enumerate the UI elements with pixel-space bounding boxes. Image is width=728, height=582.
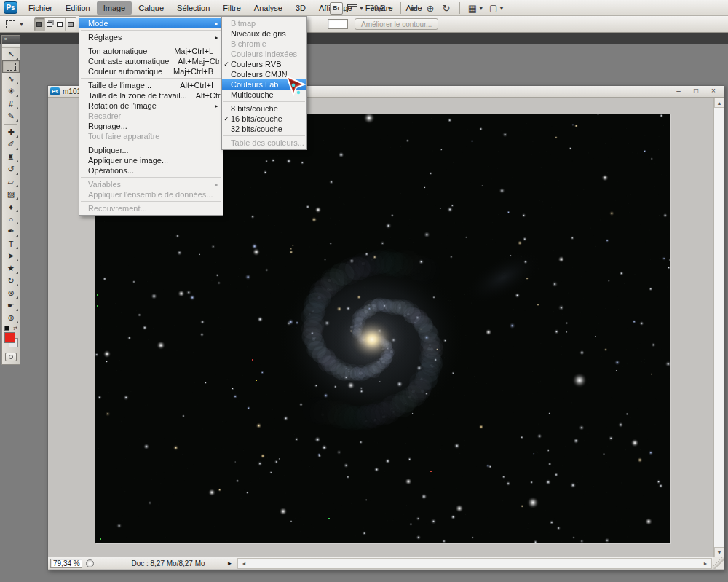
crop-tool[interactable]: #: [2, 98, 20, 110]
menu-separator: [81, 201, 221, 202]
menu-item-bichromie: Bichromie: [222, 39, 306, 49]
menubar-item-edition[interactable]: Edition: [59, 1, 97, 15]
menu-item-label: Bichromie: [231, 39, 297, 48]
menu-item-appliquer-une-image[interactable]: Appliquer une image...: [79, 155, 223, 165]
3d-rotate-tool[interactable]: ↻: [2, 275, 20, 287]
rectangular-marquee-tool[interactable]: [2, 60, 20, 73]
foreground-color-swatch[interactable]: [4, 332, 15, 343]
menu-item-label: Variables: [88, 180, 213, 189]
scroll-up-icon[interactable]: ▲: [714, 98, 724, 108]
menubar-item-3d[interactable]: 3D: [289, 1, 312, 15]
move-tool[interactable]: ↖: [2, 48, 20, 60]
scroll-down-icon[interactable]: ▼: [714, 547, 724, 557]
menu-item-recadrer: Recadrer: [79, 111, 223, 121]
menu-item-contraste-automatique[interactable]: Contraste automatiqueAlt+Maj+Ctrl+L: [79, 56, 223, 66]
maximize-button[interactable]: □: [692, 87, 700, 95]
tool-flyout-corner: [16, 197, 18, 200]
zoom-tool-icon[interactable]: ⊕: [424, 2, 437, 15]
brush-tool[interactable]: ✐: [2, 138, 20, 151]
vertical-scrollbar[interactable]: ▲ ▼: [713, 98, 724, 557]
refine-edge-button[interactable]: Améliorer le contour...: [355, 18, 438, 30]
zoom-tool[interactable]: ⊕: [2, 312, 20, 324]
screen-mode-icon[interactable]: ▢▼: [488, 2, 505, 15]
menu-item-mode[interactable]: Mode►: [79, 18, 223, 28]
menubar-item-filtre[interactable]: Filtre: [216, 1, 247, 15]
menu-item-32-bits-couche[interactable]: 32 bits/couche: [222, 124, 306, 134]
menu-item-taille-de-l-image[interactable]: Taille de l'image...Alt+Ctrl+I: [79, 80, 223, 90]
menu-item-rotation-de-l-image[interactable]: Rotation de l'image►: [79, 101, 223, 111]
history-brush-tool[interactable]: ↺: [2, 163, 20, 176]
swap-colors-icon[interactable]: ⇄: [13, 326, 17, 331]
pen-tool[interactable]: ✒: [2, 225, 20, 237]
tool-flyout-corner: [16, 135, 18, 138]
menu-item-niveaux-de-gris[interactable]: Niveaux de gris: [222, 28, 306, 39]
minimize-button[interactable]: –: [674, 87, 683, 95]
menu-item-label: Tout faire apparaître: [88, 132, 213, 141]
cursor-icon: [285, 75, 306, 98]
menubar-item-image[interactable]: Image: [97, 1, 132, 15]
menu-item-couleur-automatique[interactable]: Couleur automatiqueMaj+Ctrl+B: [79, 66, 223, 76]
tool-preset-picker[interactable]: ▼: [6, 20, 24, 28]
tool-flyout-corner: [16, 284, 18, 286]
menu-item-rognage[interactable]: Rognage...: [79, 121, 223, 131]
tool-flyout-corner: [16, 235, 18, 237]
rotate-view-icon[interactable]: ↻: [440, 2, 453, 15]
menu-item-ton-automatique[interactable]: Ton automatiqueMaj+Ctrl+L: [79, 46, 223, 56]
tool-flyout-corner: [16, 148, 18, 150]
menu-item-couleurs-index-es: Couleurs indexées: [222, 49, 306, 59]
type-tool[interactable]: T: [2, 237, 20, 250]
menu-item-variables: Variables►: [79, 179, 223, 189]
hand-tool[interactable]: ☛: [2, 299, 20, 312]
dodge-tool[interactable]: ○: [2, 213, 20, 225]
scroll-left-icon[interactable]: ◄: [239, 559, 249, 568]
menu-item-r-glages[interactable]: Réglages►: [79, 32, 223, 42]
menu-item-8-bits-couche[interactable]: 8 bits/couche: [222, 103, 306, 114]
horizontal-scrollbar[interactable]: ◄ ►: [237, 558, 712, 569]
menubar-item-analyse[interactable]: Analyse: [248, 1, 289, 15]
tool-flyout-corner: [16, 321, 18, 323]
feather-input[interactable]: [328, 19, 348, 29]
custom-shape-tool[interactable]: ★: [2, 262, 20, 275]
add-to-selection-button[interactable]: [45, 18, 55, 31]
tool-flyout-corner: [16, 247, 18, 249]
menu-item-op-rations[interactable]: Opérations...: [79, 165, 223, 176]
menubar-item-calque[interactable]: Calque: [132, 1, 170, 15]
submenu-arrow-icon: ►: [213, 182, 219, 187]
menubar-item-s-lection[interactable]: Sélection: [170, 1, 216, 15]
path-selection-tool[interactable]: ➤: [2, 250, 20, 262]
healing-brush-tool[interactable]: ✚: [2, 126, 20, 138]
status-flyout-button[interactable]: ►: [225, 559, 234, 568]
close-button[interactable]: ×: [709, 87, 718, 95]
scroll-right-icon[interactable]: ►: [700, 559, 711, 568]
submenu-arrow-icon: ►: [213, 21, 219, 26]
gradient-tool[interactable]: ▨: [2, 188, 20, 200]
eyedropper-tool[interactable]: ✎: [2, 110, 20, 122]
menu-separator: [223, 101, 305, 102]
bridge-icon[interactable]: Br: [330, 2, 343, 15]
menu-item-taille-de-la-zone-de-travail[interactable]: Taille de la zone de travail...Alt+Ctrl+…: [79, 90, 223, 101]
guides-icon[interactable]: ▼: [346, 2, 365, 15]
3d-orbit-tool[interactable]: ⊛: [2, 287, 20, 299]
menu-item-dupliquer[interactable]: Dupliquer...: [79, 145, 223, 155]
clone-stamp-tool[interactable]: ♜: [2, 151, 20, 163]
default-colors-icon[interactable]: [4, 326, 9, 331]
menubar-item-fichier[interactable]: Fichier: [22, 1, 59, 15]
intersect-selection-button[interactable]: [66, 18, 76, 31]
menu-item-label: Taille de la zone de travail...: [88, 91, 187, 100]
resize-grip[interactable]: [713, 557, 724, 569]
menu-item-label: Couleurs RVB: [231, 60, 297, 68]
eraser-tool[interactable]: ▱: [2, 176, 20, 188]
menu-item-16-bits-couche[interactable]: ✓16 bits/couche: [222, 114, 306, 124]
arrange-documents-icon[interactable]: ▦▼: [467, 2, 485, 15]
status-zoom-field[interactable]: 79,34 %: [50, 559, 82, 568]
collapse-panel-icon[interactable]: »: [2, 36, 20, 44]
quick-selection-tool[interactable]: ✳: [2, 85, 20, 98]
quick-mask-button[interactable]: [5, 353, 17, 361]
new-selection-button[interactable]: [35, 18, 45, 31]
blur-tool[interactable]: ♦: [2, 200, 20, 213]
hand-icon[interactable]: ☛: [408, 2, 421, 15]
lasso-tool[interactable]: ∿: [2, 73, 20, 85]
zoom-level-field[interactable]: 79,3▼: [368, 2, 394, 15]
subtract-from-selection-button[interactable]: [55, 18, 66, 31]
menu-item-couleurs-rvb[interactable]: ✓Couleurs RVB: [222, 59, 306, 69]
